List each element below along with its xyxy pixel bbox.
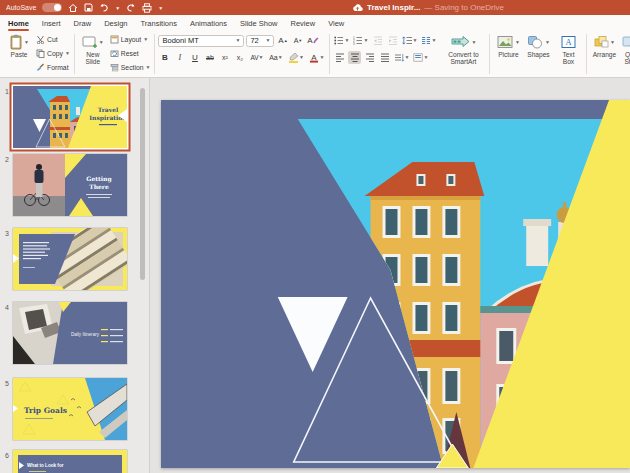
save-button[interactable] [84,2,93,14]
svg-text:Daily Itinerary: Daily Itinerary [71,332,100,337]
copy-caret-icon: ▼ [65,51,70,56]
grow-font-arrow-icon: ▲ [284,38,288,43]
bold-button[interactable]: B [158,51,171,64]
print-button[interactable] [142,2,152,14]
thumbnail-scrollbar[interactable] [140,88,145,280]
tab-slideshow[interactable]: Slide Show [240,17,278,30]
font-size-select[interactable]: 72▼ [246,35,274,47]
slide-2-preview: Getting There [13,154,127,216]
slide-canvas[interactable] [161,100,630,468]
strikethrough-button[interactable]: ab [203,51,216,64]
decrease-indent-button[interactable] [371,34,384,47]
slide-thumbnail-3[interactable] [13,228,127,290]
tab-transitions[interactable]: Transitions [140,17,176,30]
reset-icon [110,49,119,58]
home-button[interactable] [68,2,78,14]
slide-thumbnail-4[interactable]: Daily Itinerary [13,302,127,364]
slide-thumbnail-6[interactable]: What to Look for [13,450,127,473]
change-case-button[interactable]: Aa▼ [267,51,284,64]
redo-button[interactable] [126,2,136,14]
text-direction-button[interactable]: ▼ [393,51,410,64]
tab-insert[interactable]: Insert [42,17,61,30]
quick-styles-icon [622,35,630,49]
print-icon [142,3,152,13]
paste-button[interactable]: ▼ Paste [4,33,34,58]
convert-to-smartart-button[interactable]: ▼ Convert to SmartArt [440,33,486,66]
align-left-icon [335,53,345,62]
font-name-select[interactable]: Bodoni MT▼ [158,35,244,47]
clear-formatting-button[interactable]: A [306,34,319,47]
tab-review[interactable]: Review [291,17,316,30]
picture-button[interactable]: ▼ Picture [493,33,523,58]
align-text-caret-icon: ▼ [423,55,428,60]
justify-button[interactable] [378,51,391,64]
align-left-button[interactable] [333,51,346,64]
arrange-button[interactable]: ▼ Arrange [590,33,618,58]
smartart-caret-icon: ▼ [471,40,476,45]
onedrive-cloud-icon [352,3,363,12]
undo-caret-icon[interactable]: ▼ [115,5,120,11]
character-spacing-button[interactable]: AV▼ [248,51,265,64]
slide-6-preview: What to Look for [13,450,127,473]
copy-icon [36,49,45,58]
font-color-button[interactable]: A ▼ [307,51,326,64]
highlighter-icon [288,52,299,63]
reset-button[interactable]: Reset [109,47,152,60]
italic-button[interactable]: I [173,51,186,64]
format-painter-button[interactable]: Format [35,61,71,74]
highlight-color-button[interactable]: ▼ [286,51,305,64]
tab-animations[interactable]: Animations [190,17,227,30]
numbering-button[interactable]: 123▼ [352,34,369,47]
font-group: Bodoni MT▼ 72▼ A▲ A▼ A B I U ab x² x₂ AV… [158,33,326,65]
shrink-font-button[interactable]: A▼ [291,34,304,47]
ribbon-tab-bar: Home Insert Draw Design Transitions Anim… [0,15,630,31]
grow-font-button[interactable]: A▲ [276,34,289,47]
align-right-button[interactable] [363,51,376,64]
slide-thumbnail-5[interactable]: Trip Goals [13,378,127,440]
underline-button[interactable]: U [188,51,201,64]
tab-design[interactable]: Design [104,17,127,30]
slide-thumbnail-1[interactable]: Travel Inspiration [13,86,127,148]
section-icon [110,63,119,72]
line-spacing-button[interactable]: ▼ [401,34,418,47]
cut-button[interactable]: Cut [35,33,71,46]
saving-status: — Saving to OneDrive [424,3,504,12]
columns-button[interactable]: ▼ [420,34,437,47]
slide-number: 2 [0,156,9,163]
quick-styles-button[interactable]: ▼ Quick Styles [618,33,630,66]
new-slide-button[interactable]: ▼ New Slide [78,33,108,66]
clear-formatting-eraser-icon [313,37,319,45]
align-center-button[interactable] [348,51,361,64]
copy-button[interactable]: Copy ▼ [35,47,71,60]
font-size-caret-icon: ▼ [266,38,271,43]
layout-icon [110,35,119,44]
text-direction-caret-icon: ▼ [404,55,409,60]
line-spacing-caret-icon: ▼ [412,38,417,43]
slides-group: ▼ New Slide Layout▼ Reset Section▼ [78,33,152,74]
text-box-button[interactable]: A Text Box [553,33,583,66]
bullets-caret-icon: ▼ [344,38,349,43]
tab-view[interactable]: View [328,17,344,30]
layout-button[interactable]: Layout▼ [109,33,152,46]
autosave-label: AutoSave [6,4,36,11]
autosave-toggle[interactable] [42,3,62,12]
paragraph-group: ▼ 123▼ ▼ ▼ ▼ ▼ ▼ Convert to [333,33,486,66]
tab-home[interactable]: Home [8,17,29,30]
tab-draw[interactable]: Draw [74,17,92,30]
bullets-icon [334,36,344,45]
superscript-button[interactable]: x² [218,51,231,64]
svg-text:What to Look for: What to Look for [27,463,64,468]
increase-indent-button[interactable] [386,34,399,47]
decrease-indent-icon [373,36,383,45]
svg-text:Travel: Travel [98,106,119,113]
shapes-button[interactable]: ▼ Shapes [523,33,553,58]
svg-text:3: 3 [353,42,355,45]
subscript-button[interactable]: x₂ [233,51,246,64]
toolbar-more-caret-icon[interactable]: ▼ [158,5,163,11]
picture-caret-icon: ▼ [515,40,520,45]
slide-thumbnail-2[interactable]: Getting There [13,154,127,216]
undo-button[interactable] [99,2,109,14]
align-text-button[interactable]: ▼ [412,51,429,64]
section-button[interactable]: Section▼ [109,61,152,74]
bullets-button[interactable]: ▼ [333,34,350,47]
